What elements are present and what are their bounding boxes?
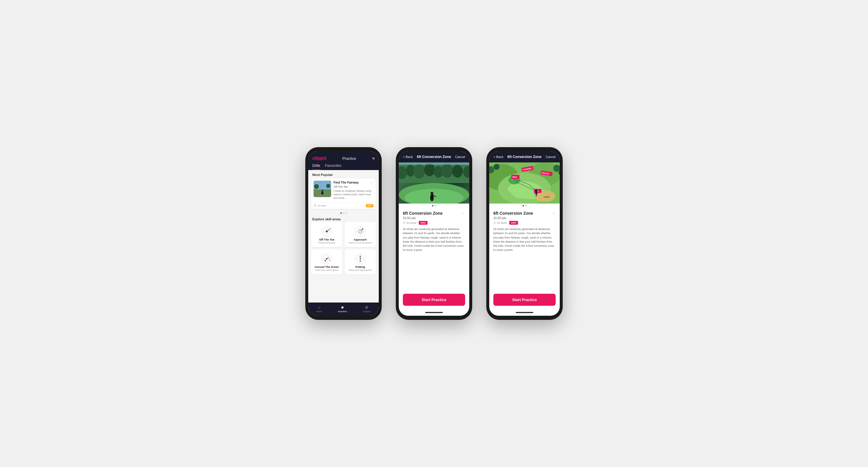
skill-desc-atg: Hone your short game	[315, 269, 338, 271]
drill-description: Create an imaginary fairway using trees …	[334, 190, 373, 200]
phone-3-screen: < Back 6ft Conversion Zone Cancel	[489, 151, 560, 316]
putting-icon	[353, 252, 368, 265]
svg-point-46	[441, 164, 453, 178]
dot-2[interactable]	[343, 212, 344, 214]
drill-tag: OTT	[366, 204, 373, 207]
back-button[interactable]: < Back	[403, 155, 413, 159]
favourite-star[interactable]: ☆	[552, 211, 556, 215]
skill-desc-putting: Make and lag practice	[349, 269, 372, 271]
svg-point-3	[314, 184, 319, 189]
home-indicator-bar	[399, 309, 469, 316]
skills-grid: Off The Tee Power accuracy	[308, 222, 379, 277]
svg-point-30	[326, 258, 328, 259]
start-practice-button[interactable]: Start Practice	[493, 294, 556, 306]
phone3-header: < Back 6ft Conversion Zone Cancel	[489, 151, 560, 162]
card-pagination	[308, 211, 379, 215]
skill-name-atg: Around The Green	[314, 265, 339, 268]
svg-rect-54	[399, 162, 469, 165]
favourite-star[interactable]: ☆	[370, 180, 373, 185]
explore-title: Explore skill areas	[308, 215, 379, 222]
drill-description: 20 shots are randomly generated at dista…	[493, 227, 556, 252]
svg-point-43	[413, 164, 425, 178]
nav-capture[interactable]: ⊕ Capture	[363, 305, 371, 313]
nav-home[interactable]: ⌂ Home	[316, 305, 322, 313]
svg-point-44	[424, 163, 435, 176]
shots-count: ⏱ 20 shots	[493, 222, 507, 224]
drill-meta: ⏱ 20 shots ARG	[403, 221, 465, 225]
tabs-bar: Drills Favourites	[308, 161, 379, 170]
svg-point-63	[494, 164, 499, 170]
image-pagination	[489, 204, 560, 208]
tab-drills[interactable]: Drills	[312, 164, 320, 170]
home-indicator	[425, 312, 443, 313]
phone-2-screen: < Back 6ft Conversion Zone Cancel	[399, 151, 469, 316]
drill-card-footer: ⏱ 10 shots OTT	[311, 202, 376, 209]
skill-name-ott: Off The Tee	[319, 238, 334, 241]
cancel-button[interactable]: Cancel	[546, 155, 556, 159]
skill-desc-ott: Power accuracy	[318, 241, 335, 244]
hero-image-map: SAND Hit Miss	[489, 162, 560, 204]
phone1-header: clippd Practice ≡	[308, 151, 379, 161]
svg-line-29	[328, 258, 330, 261]
drill-subtitle: Off The Tee	[334, 185, 359, 189]
home-indicator	[516, 312, 533, 313]
phone-3: < Back 6ft Conversion Zone Cancel	[486, 147, 563, 320]
drill-tag: ARG	[509, 221, 518, 225]
clock-icon: ⏱	[493, 222, 496, 224]
activities-icon: ♣	[341, 305, 344, 309]
skill-off-the-tee[interactable]: Off The Tee Power accuracy	[311, 222, 342, 247]
bottom-nav: ⌂ Home ♣ Activities ⊕ Capture	[308, 302, 379, 316]
drill-range: 10-50 yds	[493, 216, 556, 220]
svg-point-47	[452, 165, 463, 178]
header-title: 6ft Conversion Zone	[417, 155, 451, 159]
phone-1: clippd Practice ≡ Drills Favourites Most…	[305, 147, 382, 320]
dot-1[interactable]	[522, 205, 524, 206]
dot-1[interactable]	[340, 212, 342, 214]
cancel-button[interactable]: Cancel	[455, 155, 465, 159]
phone1-content: Most Popular	[308, 170, 379, 302]
app-scene: clippd Practice ≡ Drills Favourites Most…	[305, 147, 563, 320]
svg-point-5	[321, 191, 323, 195]
around-green-icon	[319, 252, 334, 265]
drill-thumbnail	[313, 180, 331, 197]
home-indicator-bar	[489, 309, 560, 316]
drill-title: 6ft Conversion Zone	[403, 211, 442, 215]
dot-2[interactable]	[435, 205, 436, 206]
drill-content: 6ft Conversion Zone ☆ 10-50 yds ⏱ 20 sho…	[399, 208, 469, 291]
dot-3[interactable]	[346, 212, 347, 214]
svg-line-20	[360, 229, 363, 231]
drill-title: 6ft Conversion Zone	[493, 211, 533, 215]
skill-desc-approach: Dial-in to hit the green	[349, 241, 372, 244]
most-popular-title: Most Popular	[308, 170, 379, 178]
back-button[interactable]: < Back	[493, 155, 503, 159]
off-the-tee-icon	[319, 225, 334, 238]
menu-icon[interactable]: ≡	[372, 156, 375, 161]
home-icon: ⌂	[318, 305, 320, 309]
drill-description: 20 shots are randomly generated at dista…	[403, 227, 465, 252]
nav-title: Practice	[342, 156, 356, 161]
start-practice-button[interactable]: Start Practice	[403, 294, 465, 306]
phone-1-screen: clippd Practice ≡ Drills Favourites Most…	[308, 151, 379, 316]
nav-activities[interactable]: ♣ Activities	[338, 305, 347, 313]
dot-1[interactable]	[432, 205, 433, 206]
skill-putting[interactable]: Putting Make and lag practice	[345, 249, 376, 274]
skill-name-putting: Putting	[355, 265, 365, 268]
phone2-header: < Back 6ft Conversion Zone Cancel	[399, 151, 469, 162]
drill-tag: ARG	[419, 221, 428, 225]
shots-count: ⏱ 10 shots	[313, 204, 326, 207]
tab-favourites[interactable]: Favourites	[325, 164, 341, 170]
svg-text:SAND: SAND	[544, 196, 550, 198]
clock-icon: ⏱	[403, 222, 405, 224]
shots-count: ⏱ 20 shots	[403, 222, 416, 224]
approach-icon	[353, 225, 368, 238]
favourite-star[interactable]: ☆	[461, 211, 465, 215]
drill-range: 10-50 yds	[403, 216, 465, 220]
skill-around-green[interactable]: Around The Green Hone your short game	[311, 249, 342, 274]
svg-point-4	[326, 184, 330, 188]
skill-approach[interactable]: Approach Dial-in to hit the green	[345, 222, 376, 247]
app-logo: clippd	[312, 155, 326, 161]
image-pagination	[399, 204, 469, 208]
header-title: 6ft Conversion Zone	[507, 155, 541, 159]
dot-2[interactable]	[525, 205, 527, 206]
featured-drill-card[interactable]: Find The Fairway Off The Tee ☆ Create an…	[311, 178, 376, 209]
